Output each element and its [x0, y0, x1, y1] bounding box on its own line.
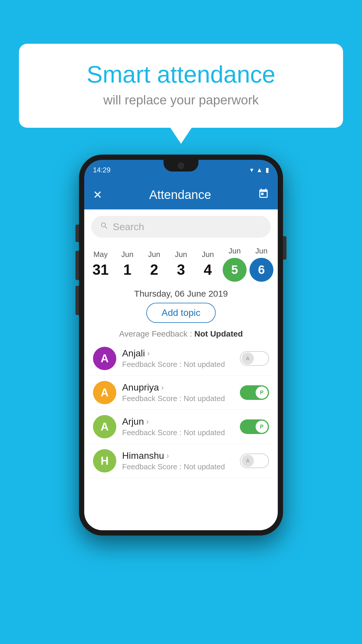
student-info-1: Anupriya ›Feedback Score : Not updated: [122, 382, 234, 403]
search-bar[interactable]: Search: [91, 216, 271, 238]
date-month-1: Jun: [121, 250, 133, 259]
speech-bubble-container: Smart attendance will replace your paper…: [19, 44, 343, 128]
date-month-6: Jun: [255, 246, 268, 256]
toggle-off-0[interactable]: A: [240, 351, 269, 366]
student-row-2[interactable]: AArjun ›Feedback Score : Not updated P: [90, 410, 272, 444]
volume-down-button: [75, 286, 79, 315]
student-name-3: Himanshu ›: [122, 450, 234, 461]
date-item-6[interactable]: Jun6: [248, 246, 275, 282]
camera: [178, 162, 184, 169]
close-button[interactable]: ✕: [93, 188, 102, 201]
avatar-3: H: [93, 449, 116, 473]
bubble-subtitle: will replace your paperwork: [42, 93, 320, 107]
date-day-2: 2: [150, 261, 158, 278]
date-day-3: 3: [177, 261, 185, 278]
status-time: 14:29: [93, 166, 110, 174]
date-month-2: Jun: [148, 250, 160, 259]
date-day-0: 31: [92, 261, 109, 278]
student-row-0[interactable]: AAnjali ›Feedback Score : Not updated A: [90, 342, 272, 376]
toggle-3[interactable]: A: [240, 454, 269, 468]
date-strip: May31Jun1Jun2Jun3Jun4Jun5Jun6: [84, 241, 278, 282]
chevron-icon-2: ›: [146, 417, 149, 426]
calendar-icon[interactable]: [258, 188, 269, 202]
status-bar: 14:29 ▾ ▲ ▮: [84, 160, 278, 180]
date-month-0: May: [93, 250, 108, 259]
date-day-1: 1: [123, 261, 131, 278]
student-name-2: Arjun ›: [122, 416, 234, 427]
student-info-2: Arjun ›Feedback Score : Not updated: [122, 416, 234, 437]
toggle-on-1[interactable]: P: [240, 385, 269, 400]
avatar-2: A: [93, 415, 116, 438]
student-info-0: Anjali ›Feedback Score : Not updated: [122, 348, 234, 369]
chevron-icon-0: ›: [147, 349, 150, 358]
add-topic-button[interactable]: Add topic: [146, 303, 215, 323]
toggle-0[interactable]: A: [240, 351, 269, 366]
date-month-5: Jun: [229, 246, 241, 256]
date-item-2[interactable]: Jun2: [141, 250, 167, 278]
student-list: AAnjali ›Feedback Score : Not updated A …: [84, 342, 278, 478]
date-day-5: 5: [223, 258, 247, 282]
chevron-icon-1: ›: [161, 383, 164, 392]
feedback-score-3: Feedback Score : Not updated: [122, 462, 234, 471]
date-item-0[interactable]: May31: [87, 250, 114, 278]
avatar-0: A: [93, 347, 116, 370]
notch: [164, 160, 198, 172]
student-name-1: Anupriya ›: [122, 382, 234, 393]
bubble-title: Smart attendance: [42, 61, 320, 88]
avg-feedback: Average Feedback : Not Updated: [90, 329, 272, 339]
battery-icon: ▮: [266, 166, 269, 174]
toggle-on-2[interactable]: P: [240, 419, 269, 434]
speech-bubble: Smart attendance will replace your paper…: [19, 44, 343, 128]
power-button: [283, 236, 287, 260]
date-item-3[interactable]: Jun3: [168, 250, 194, 278]
avatar-1: A: [93, 381, 116, 404]
selected-date: Thursday, 06 June 2019: [90, 289, 272, 299]
student-row-3[interactable]: HHimanshu ›Feedback Score : Not updated …: [90, 444, 272, 478]
student-row-1[interactable]: AAnupriya ›Feedback Score : Not updated …: [90, 376, 272, 410]
app-bar: ✕ Attendance: [84, 180, 278, 209]
date-month-3: Jun: [175, 250, 187, 259]
avg-feedback-label: Average Feedback :: [119, 329, 192, 338]
avg-feedback-value: Not Updated: [194, 329, 243, 338]
app-bar-title: Attendance: [149, 188, 211, 202]
date-month-4: Jun: [202, 250, 214, 259]
date-item-1[interactable]: Jun1: [114, 250, 140, 278]
feedback-score-0: Feedback Score : Not updated: [122, 360, 234, 369]
date-item-5[interactable]: Jun5: [222, 246, 248, 282]
toggle-thumb-0: A: [242, 352, 254, 365]
status-icons: ▾ ▲ ▮: [250, 166, 269, 174]
toggle-2[interactable]: P: [240, 419, 269, 434]
student-info-3: Himanshu ›Feedback Score : Not updated: [122, 450, 234, 471]
toggle-off-3[interactable]: A: [240, 454, 269, 468]
date-day-4: 4: [204, 261, 212, 278]
feedback-score-1: Feedback Score : Not updated: [122, 394, 234, 403]
toggle-thumb-3: A: [242, 455, 254, 467]
signal-icon: ▲: [256, 166, 263, 174]
wifi-icon: ▾: [250, 166, 253, 174]
toggle-1[interactable]: P: [240, 385, 269, 400]
search-icon: [100, 221, 109, 232]
search-placeholder: Search: [113, 221, 144, 232]
phone-outer: 14:29 ▾ ▲ ▮ ✕ Attendance: [79, 155, 283, 536]
volume-up-button: [75, 251, 79, 280]
phone-screen: Search May31Jun1Jun2Jun3Jun4Jun5Jun6 Thu…: [84, 209, 278, 530]
date-item-4[interactable]: Jun4: [195, 250, 221, 278]
date-day-6: 6: [249, 258, 273, 282]
feedback-score-2: Feedback Score : Not updated: [122, 428, 234, 437]
info-section: Thursday, 06 June 2019 Add topic Average…: [84, 282, 278, 342]
mute-button: [75, 225, 79, 242]
phone-mockup: 14:29 ▾ ▲ ▮ ✕ Attendance: [79, 155, 283, 536]
toggle-thumb-1: P: [256, 386, 268, 399]
student-name-0: Anjali ›: [122, 348, 234, 359]
toggle-thumb-2: P: [256, 421, 268, 433]
chevron-icon-3: ›: [166, 451, 169, 460]
